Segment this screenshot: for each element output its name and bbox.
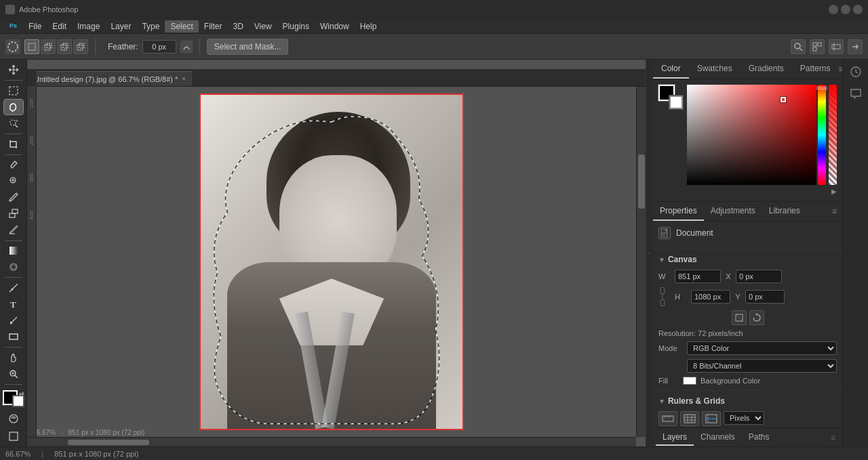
select-and-mask-button[interactable]: Select and Mask...	[207, 39, 289, 55]
marquee-rect-tool[interactable]	[4, 83, 23, 98]
tab-patterns[interactable]: Patterns	[792, 60, 839, 79]
active-tool-icon	[5, 39, 20, 54]
properties-panel-menu[interactable]: ≡	[832, 202, 842, 221]
menu-ps[interactable]: Ps	[3, 19, 23, 33]
tab-channels[interactable]: Channels	[694, 430, 742, 446]
chain-link[interactable]	[658, 287, 672, 306]
tab-color[interactable]: Color	[653, 60, 689, 79]
grid-icon[interactable]	[680, 411, 699, 426]
arrange-btn[interactable]	[810, 39, 825, 54]
document-tab-close[interactable]: ×	[182, 75, 186, 83]
right-panel-collapse[interactable]: ‹	[646, 60, 652, 446]
subtract-selection-btn[interactable]: −	[57, 39, 72, 54]
menu-help[interactable]: Help	[355, 20, 382, 33]
menu-select[interactable]: Select	[165, 20, 198, 33]
bottom-panel-menu[interactable]: ≡	[831, 433, 840, 442]
menu-type[interactable]: Type	[136, 20, 165, 33]
eyedropper-tool[interactable]	[4, 157, 23, 172]
hue-slider-thumb	[816, 86, 827, 90]
anti-alias-btn[interactable]	[180, 41, 193, 53]
mode-select[interactable]: RGB Color	[687, 341, 837, 355]
shape-tool[interactable]	[4, 329, 23, 344]
brush-tool[interactable]	[4, 190, 23, 205]
document-section: Document	[653, 222, 842, 249]
hue-slider[interactable]	[818, 85, 826, 185]
document-tab-bar: Untitled design (7).jpg @ 66.7% (RGB/8#)…	[27, 69, 646, 87]
alpha-slider[interactable]	[829, 85, 837, 185]
menu-layer[interactable]: Layer	[105, 20, 136, 33]
app-icon	[5, 5, 15, 14]
hand-tool[interactable]	[4, 350, 23, 365]
canvas-y-input[interactable]	[745, 290, 785, 304]
tab-libraries[interactable]: Libraries	[762, 202, 807, 221]
color-spectrum[interactable]	[687, 85, 816, 185]
swap-colors[interactable]: ⇄	[19, 390, 24, 397]
default-colors[interactable]: □	[3, 401, 6, 407]
new-selection-btn[interactable]	[24, 39, 39, 54]
menu-window[interactable]: Window	[315, 20, 355, 33]
svg-point-21	[10, 120, 16, 125]
menu-filter[interactable]: Filter	[199, 20, 228, 33]
minimize-button[interactable]	[829, 5, 838, 14]
zoom-tool[interactable]	[4, 367, 23, 381]
tab-gradients[interactable]: Gradients	[741, 60, 792, 79]
move-tool[interactable]	[4, 62, 23, 77]
crop-tool[interactable]	[4, 137, 23, 152]
canvas-width-input[interactable]	[675, 270, 721, 283]
tab-paths[interactable]: Paths	[742, 430, 776, 446]
maximize-button[interactable]	[841, 5, 850, 14]
guides-icon[interactable]	[702, 411, 721, 426]
comment-icon-btn[interactable]	[846, 84, 865, 103]
vertical-scrollbar[interactable]	[636, 87, 646, 437]
menu-image[interactable]: Image	[72, 20, 105, 33]
svg-rect-36	[9, 334, 18, 339]
healing-tool[interactable]	[4, 173, 23, 188]
workspace-btn[interactable]	[829, 39, 844, 54]
horizontal-scrollbar[interactable]	[27, 437, 636, 446]
fill-color-swatch[interactable]	[683, 377, 696, 385]
menu-3d[interactable]: 3D	[227, 20, 248, 33]
eraser-tool[interactable]	[4, 222, 23, 237]
gradient-tool[interactable]	[4, 243, 23, 258]
canvas-area[interactable]: 100 200 300 400 500 600 700 800 Untitled…	[27, 60, 646, 446]
tab-swatches[interactable]: Swatches	[689, 60, 741, 79]
h-label: H	[675, 293, 688, 301]
rulers-section-header[interactable]: ▼ Rulers & Grids	[658, 396, 837, 406]
blur-tool[interactable]	[4, 259, 23, 274]
pen-tool[interactable]	[4, 280, 23, 295]
crop-to-layers-btn[interactable]	[732, 310, 747, 325]
share-btn[interactable]	[848, 39, 863, 54]
gradient-spectrum-area[interactable]	[687, 85, 837, 185]
background-swatch[interactable]	[669, 96, 683, 109]
document-tab[interactable]: Untitled design (7).jpg @ 66.7% (RGB/8#)…	[27, 71, 193, 86]
history-icon-btn[interactable]	[846, 62, 865, 81]
tab-layers[interactable]: Layers	[656, 430, 694, 446]
canvas-section-header[interactable]: ▼ Canvas	[658, 255, 837, 264]
lasso-tool[interactable]	[4, 100, 23, 114]
ruler-icon[interactable]	[658, 411, 677, 426]
canvas-x-input[interactable]	[736, 270, 782, 283]
intersect-selection-btn[interactable]: ×	[73, 39, 88, 54]
tab-adjustments[interactable]: Adjustments	[704, 202, 762, 221]
close-button[interactable]	[853, 5, 863, 14]
quick-mask-btn[interactable]	[4, 411, 23, 426]
menu-edit[interactable]: Edit	[47, 20, 72, 33]
bit-depth-select[interactable]: 8 Bits/Channel	[687, 359, 837, 373]
canvas-height-input[interactable]	[691, 290, 730, 304]
text-tool[interactable]: T	[4, 297, 23, 312]
search-btn[interactable]	[791, 39, 806, 54]
screen-mode-btn[interactable]	[4, 429, 23, 444]
fill-bg-label: Background Color	[701, 377, 760, 385]
feather-input[interactable]	[142, 40, 176, 54]
path-select-tool[interactable]	[4, 313, 23, 328]
ruler-unit-select[interactable]: Pixels	[724, 411, 764, 425]
tab-properties[interactable]: Properties	[653, 202, 704, 221]
menu-view[interactable]: View	[249, 20, 277, 33]
feather-label: Feather:	[108, 42, 138, 51]
menu-plugins[interactable]: Plugins	[277, 20, 315, 33]
add-selection-btn[interactable]: +	[41, 39, 56, 54]
menu-file[interactable]: File	[23, 20, 47, 33]
rotate-canvas-btn[interactable]	[749, 310, 764, 325]
quick-select-tool[interactable]: +	[4, 116, 23, 131]
clone-tool[interactable]	[4, 206, 23, 221]
